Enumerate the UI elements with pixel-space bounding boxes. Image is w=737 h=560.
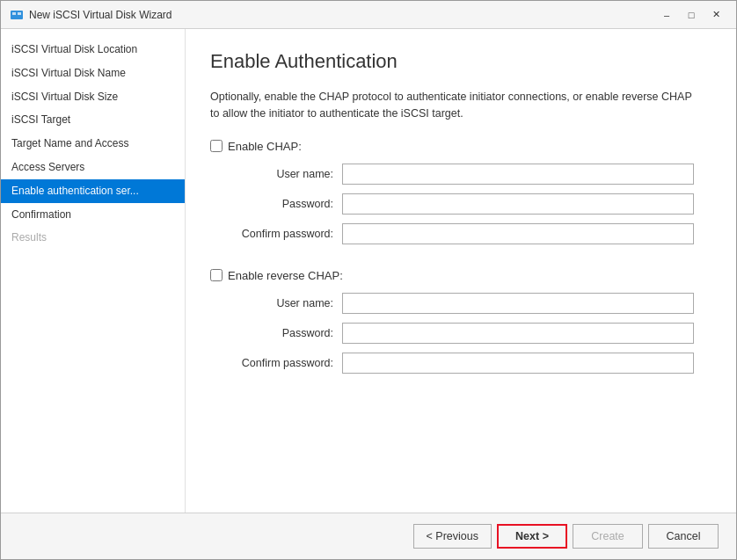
next-button[interactable]: Next >	[497, 524, 567, 549]
chap-username-label: User name:	[228, 168, 342, 180]
minimize-button[interactable]: –	[655, 6, 678, 24]
chap-password-label: Password:	[228, 198, 342, 210]
reverse-chap-password-group: Password:	[228, 323, 711, 344]
reverse-chap-username-label: User name:	[228, 297, 342, 309]
reverse-chap-username-input[interactable]	[342, 293, 694, 314]
sidebar-item-target-name-and-access[interactable]: Target Name and Access	[1, 132, 185, 156]
title-bar: New iSCSI Virtual Disk Wizard – □ ✕	[1, 1, 736, 29]
sidebar-item-iscsi-virtual-disk-location[interactable]: iSCSI Virtual Disk Location	[1, 38, 185, 62]
sidebar-item-confirmation[interactable]: Confirmation	[1, 203, 185, 227]
sidebar-item-enable-authentication[interactable]: Enable authentication ser...	[1, 179, 185, 203]
sidebar-item-iscsi-virtual-disk-size[interactable]: iSCSI Virtual Disk Size	[1, 85, 185, 109]
sidebar-item-access-servers[interactable]: Access Servers	[1, 156, 185, 179]
reverse-chap-confirm-password-group: Confirm password:	[228, 353, 711, 374]
reverse-chap-password-input[interactable]	[342, 323, 694, 344]
chap-username-group: User name:	[228, 164, 711, 185]
footer: < Previous Next > Create Cancel	[1, 513, 736, 559]
reverse-chap-username-group: User name:	[228, 293, 711, 314]
sidebar: iSCSI Virtual Disk Location iSCSI Virtua…	[1, 29, 186, 513]
reverse-chap-confirm-password-input[interactable]	[342, 353, 694, 374]
close-button[interactable]: ✕	[704, 6, 727, 24]
reverse-chap-password-label: Password:	[228, 327, 342, 339]
enable-reverse-chap-checkbox[interactable]	[210, 269, 223, 281]
chap-confirm-password-group: Confirm password:	[228, 223, 711, 244]
description-text: Optionally, enable the CHAP protocol to …	[210, 89, 703, 122]
app-icon	[10, 8, 24, 22]
reverse-chap-confirm-password-label: Confirm password:	[228, 357, 342, 369]
cancel-button[interactable]: Cancel	[648, 524, 719, 549]
chap-password-group: Password:	[228, 193, 711, 215]
enable-chap-label[interactable]: Enable CHAP:	[228, 140, 302, 153]
content-area: iSCSI Virtual Disk Location iSCSI Virtua…	[1, 29, 736, 513]
chap-username-input[interactable]	[342, 164, 694, 185]
svg-rect-2	[18, 12, 21, 15]
chap-confirm-password-input[interactable]	[342, 223, 694, 244]
enable-reverse-chap-label[interactable]: Enable reverse CHAP:	[228, 269, 343, 282]
maximize-button[interactable]: □	[680, 6, 703, 24]
sidebar-item-iscsi-target[interactable]: iSCSI Target	[1, 108, 185, 132]
wizard-window: New iSCSI Virtual Disk Wizard – □ ✕ iSCS…	[0, 0, 737, 560]
main-panel: Enable Authentication Optionally, enable…	[186, 29, 736, 513]
title-bar-left: New iSCSI Virtual Disk Wizard	[10, 8, 171, 22]
sidebar-item-results: Results	[1, 226, 185, 250]
window-title: New iSCSI Virtual Disk Wizard	[29, 9, 171, 21]
chap-checkbox-row: Enable CHAP:	[210, 140, 711, 153]
previous-button[interactable]: < Previous	[413, 524, 492, 549]
sidebar-item-iscsi-virtual-disk-name[interactable]: iSCSI Virtual Disk Name	[1, 62, 185, 85]
svg-rect-1	[12, 12, 16, 15]
create-button[interactable]: Create	[573, 524, 643, 549]
window-controls: – □ ✕	[655, 6, 727, 24]
chap-section: Enable CHAP: User name: Password: Confir…	[210, 140, 711, 253]
reverse-chap-checkbox-row: Enable reverse CHAP:	[210, 269, 711, 282]
reverse-chap-section: Enable reverse CHAP: User name: Password…	[210, 269, 711, 382]
page-title: Enable Authentication	[210, 50, 711, 73]
chap-confirm-password-label: Confirm password:	[228, 228, 342, 240]
enable-chap-checkbox[interactable]	[210, 140, 223, 152]
chap-password-input[interactable]	[342, 193, 694, 215]
